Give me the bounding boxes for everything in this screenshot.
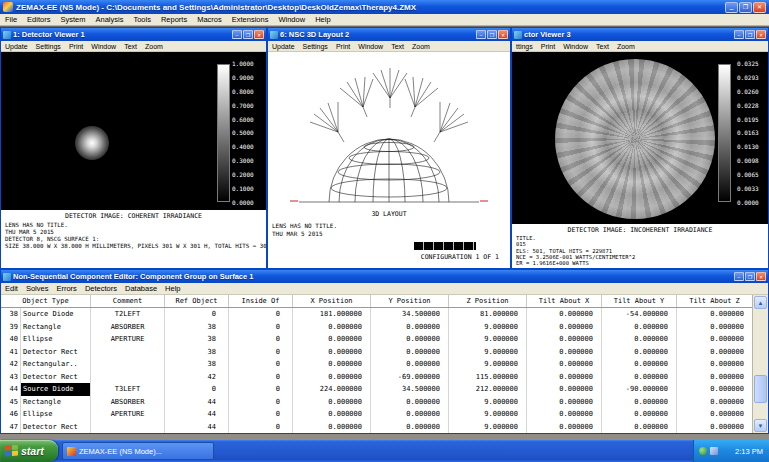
window-menu-item[interactable]: Zoom	[408, 41, 434, 52]
window-menu-item[interactable]: Settings	[32, 41, 65, 52]
row-number[interactable]: 38	[1, 308, 21, 321]
cell-comment[interactable]: T2LEFT	[91, 308, 165, 321]
main-menu-item[interactable]: Editors	[22, 14, 55, 26]
cell-inside-of[interactable]: 0	[229, 421, 293, 434]
cell-y-position[interactable]: 0.000000	[371, 408, 449, 421]
window-icon[interactable]	[3, 31, 11, 39]
tray-display-icon[interactable]	[710, 447, 718, 455]
scroll-down-button[interactable]	[754, 419, 767, 432]
window-menu-item[interactable]: Text	[120, 41, 141, 52]
cell-x-position[interactable]: 0.000000	[293, 346, 371, 359]
cell-tilt-about-y[interactable]: 0.000000	[602, 358, 677, 371]
cell-tilt-about-z[interactable]: 0.000000	[677, 346, 752, 359]
cell-tilt-about-y[interactable]: 0.000000	[602, 408, 677, 421]
editor-menu-item[interactable]: Edit	[1, 283, 22, 295]
editor-menu-item[interactable]: Help	[161, 283, 184, 295]
cell-tilt-about-x[interactable]: 0.000000	[527, 371, 602, 384]
cell-y-position[interactable]: 0.000000	[371, 396, 449, 409]
minimize-button[interactable]	[725, 2, 738, 13]
cell-y-position[interactable]: -69.000000	[371, 371, 449, 384]
cell-tilt-about-z[interactable]: 0.000000	[677, 333, 752, 346]
cell-comment[interactable]	[91, 421, 165, 434]
main-menu-item[interactable]: Reports	[156, 14, 192, 26]
editor-menu-item[interactable]: Solves	[22, 283, 53, 295]
cell-tilt-about-z[interactable]: 0.000000	[677, 408, 752, 421]
scroll-up-button[interactable]	[754, 296, 767, 309]
cell-z-position[interactable]: 115.000000	[449, 371, 527, 384]
cell-tilt-about-x[interactable]: 0.000000	[527, 358, 602, 371]
cell-object-type[interactable]: Ellipse	[21, 333, 91, 346]
row-number[interactable]: 47	[1, 421, 21, 434]
row-number[interactable]: 44	[1, 383, 21, 396]
cell-tilt-about-x[interactable]: 0.000000	[527, 333, 602, 346]
cell-tilt-about-x[interactable]: 0.000000	[527, 346, 602, 359]
table-row[interactable]: 41 Detector Rect 38 0 0.000000 0.000000 …	[1, 346, 752, 359]
minimize-button[interactable]	[734, 30, 744, 39]
cell-inside-of[interactable]: 0	[229, 333, 293, 346]
cell-x-position[interactable]: 0.000000	[293, 321, 371, 334]
cell-inside-of[interactable]: 0	[229, 408, 293, 421]
cell-tilt-about-x[interactable]: 0.000000	[527, 408, 602, 421]
restore-button[interactable]	[243, 30, 253, 39]
window-menu-item[interactable]: Print	[537, 41, 559, 52]
cell-ref-object[interactable]: 0	[165, 383, 229, 396]
cell-comment[interactable]: ABSORBER	[91, 321, 165, 334]
editor-menu-item[interactable]: Errors	[52, 283, 80, 295]
table-row[interactable]: 47 Detector Rect 44 0 0.000000 0.000000 …	[1, 421, 752, 434]
cell-tilt-about-y[interactable]: -54.000000	[602, 308, 677, 321]
cell-tilt-about-z[interactable]: 0.000000	[677, 396, 752, 409]
cell-ref-object[interactable]: 38	[165, 333, 229, 346]
cell-y-position[interactable]: 0.000000	[371, 421, 449, 434]
taskbar-clock[interactable]: 2:13 PM	[735, 447, 763, 456]
cell-z-position[interactable]: 9.000000	[449, 358, 527, 371]
cell-object-type[interactable]: Rectangular..	[21, 358, 91, 371]
cell-ref-object[interactable]: 38	[165, 346, 229, 359]
table-row[interactable]: 39 Rectangle ABSORBER 38 0 0.000000 0.00…	[1, 321, 752, 334]
cell-x-position[interactable]: 0.000000	[293, 371, 371, 384]
cell-x-position[interactable]: 0.000000	[293, 396, 371, 409]
vertical-scrollbar[interactable]	[752, 295, 768, 433]
cell-tilt-about-z[interactable]: 0.000000	[677, 421, 752, 434]
cell-tilt-about-x[interactable]: 0.000000	[527, 321, 602, 334]
cell-z-position[interactable]: 9.000000	[449, 421, 527, 434]
window-menu-item[interactable]: Zoom	[613, 41, 639, 52]
editor-menu-item[interactable]: Database	[121, 283, 161, 295]
cell-x-position[interactable]: 181.000000	[293, 308, 371, 321]
cell-inside-of[interactable]: 0	[229, 308, 293, 321]
row-number[interactable]: 46	[1, 408, 21, 421]
window-menu-item[interactable]: Settings	[299, 41, 332, 52]
window-icon[interactable]	[3, 273, 11, 281]
cell-object-type[interactable]: Detector Rect	[21, 421, 91, 434]
cell-inside-of[interactable]: 0	[229, 371, 293, 384]
window-icon[interactable]	[270, 31, 278, 39]
window-menu-item[interactable]: ttings	[512, 41, 537, 52]
cell-object-type[interactable]: Detector Rect	[21, 371, 91, 384]
cell-tilt-about-y[interactable]: 0.000000	[602, 421, 677, 434]
cell-y-position[interactable]: 0.000000	[371, 346, 449, 359]
cell-tilt-about-x[interactable]: 0.000000	[527, 308, 602, 321]
cell-tilt-about-z[interactable]: 0.000000	[677, 358, 752, 371]
window-menu-item[interactable]: Window	[559, 41, 592, 52]
main-menu-item[interactable]: Window	[273, 14, 310, 26]
cell-tilt-about-y[interactable]: 0.000000	[602, 333, 677, 346]
close-button[interactable]	[498, 30, 508, 39]
cell-x-position[interactable]: 0.000000	[293, 358, 371, 371]
cell-z-position[interactable]: 9.000000	[449, 321, 527, 334]
cell-comment[interactable]	[91, 346, 165, 359]
cell-tilt-about-y[interactable]: 0.000000	[602, 321, 677, 334]
cell-tilt-about-y[interactable]: 0.000000	[602, 371, 677, 384]
cell-object-type[interactable]: Source Diode	[21, 383, 91, 396]
cell-object-type[interactable]: Rectangle	[21, 321, 91, 334]
window-icon[interactable]	[514, 31, 522, 39]
cell-inside-of[interactable]: 0	[229, 396, 293, 409]
cell-z-position[interactable]: 9.000000	[449, 396, 527, 409]
cell-comment[interactable]: APERTURE	[91, 333, 165, 346]
cell-tilt-about-z[interactable]: 0.000000	[677, 308, 752, 321]
main-menu-item[interactable]: Analysis	[90, 14, 128, 26]
cell-comment[interactable]	[91, 358, 165, 371]
row-number[interactable]: 43	[1, 371, 21, 384]
cell-ref-object[interactable]: 44	[165, 408, 229, 421]
cell-ref-object[interactable]: 38	[165, 358, 229, 371]
taskbar-task-button[interactable]: ZEMAX-EE (NS Mode)...	[62, 442, 214, 460]
cell-ref-object[interactable]: 44	[165, 396, 229, 409]
